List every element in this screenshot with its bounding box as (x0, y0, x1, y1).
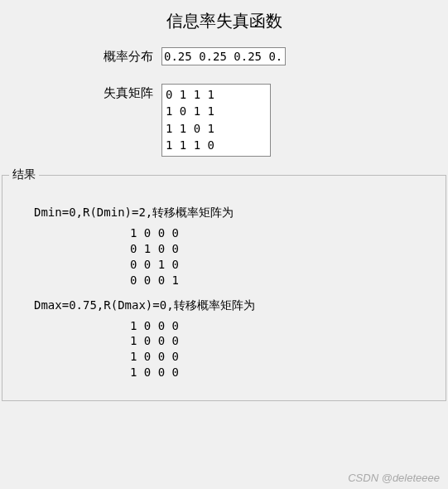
distortion-matrix-row: 失真矩阵 (0, 84, 448, 157)
page-title: 信息率失真函数 (0, 0, 448, 47)
dmax-result-line: Dmax=0.75,R(Dmax)=0,转移概率矩阵为 (34, 298, 434, 313)
dmin-result-line: Dmin=0,R(Dmin)=2,转移概率矩阵为 (34, 206, 434, 220)
probability-row: 概率分布 (0, 47, 448, 65)
watermark-text: CSDN @deleteeee (348, 472, 440, 484)
probability-label: 概率分布 (0, 47, 161, 65)
results-groupbox: 结果 Dmin=0,R(Dmin)=2,转移概率矩阵为 1 0 0 0 0 1 … (2, 175, 446, 401)
results-legend: 结果 (9, 167, 39, 182)
distortion-matrix-input[interactable] (161, 84, 271, 157)
probability-input[interactable] (161, 47, 286, 65)
dmax-transition-matrix: 1 0 0 0 1 0 0 0 1 0 0 0 1 0 0 0 (14, 318, 434, 381)
dmin-transition-matrix: 1 0 0 0 0 1 0 0 0 0 1 0 0 0 0 1 (14, 225, 434, 288)
distortion-matrix-label: 失真矩阵 (0, 84, 161, 101)
